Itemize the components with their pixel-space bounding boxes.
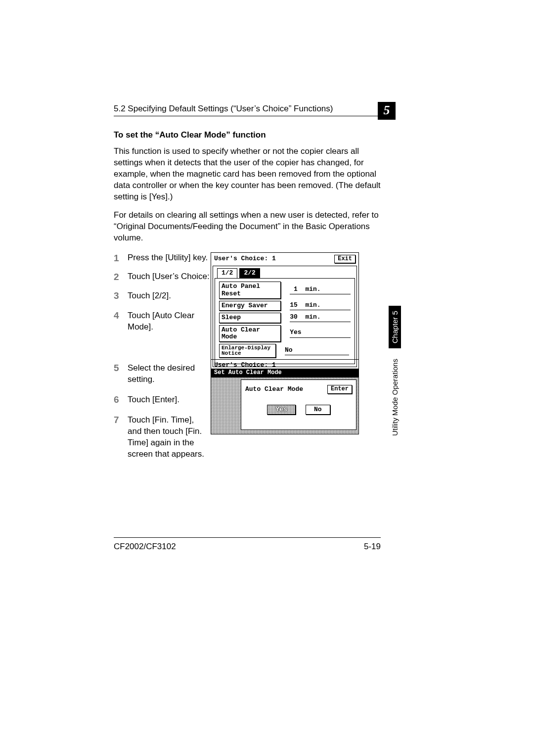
option-auto-clear-mode[interactable]: Auto Clear Mode xyxy=(219,325,281,342)
tab-1-of-2[interactable]: 1/2 xyxy=(217,268,237,278)
step-text: Touch [Auto Clear Mode]. xyxy=(128,310,207,333)
exit-button[interactable]: Exit xyxy=(334,255,356,263)
option-value: 30 min. xyxy=(290,314,351,322)
option-enlarge-display-notice[interactable]: Enlarge-Display Notice xyxy=(219,344,276,358)
page-footer: CF2002/CF3102 5-19 xyxy=(114,537,381,552)
step-text: Select the desired setting. xyxy=(128,363,207,385)
option-auto-panel-reset[interactable]: Auto Panel Reset xyxy=(219,282,281,299)
enter-button[interactable]: Enter xyxy=(327,385,352,393)
paragraph: This function is used to specify whether… xyxy=(114,146,381,203)
screen-set-auto-clear-mode: User's Choice: 1 Set Auto Clear Mode Aut… xyxy=(211,359,359,434)
screen-title: User's Choice: 1 xyxy=(214,255,276,262)
footer-page-number: 5-19 xyxy=(364,542,381,552)
side-chapter-label: Chapter 5 xyxy=(389,306,401,348)
step-text: Touch [2/2]. xyxy=(128,290,207,302)
step-text: Touch [User’s Choice: 1]. xyxy=(128,272,221,281)
option-value: 15 min. xyxy=(290,302,351,310)
step-text: Touch [Fin. Time], and then touch [Fin. … xyxy=(128,415,207,460)
no-button[interactable]: No xyxy=(306,405,330,415)
tab-2-of-2[interactable]: 2/2 xyxy=(239,268,260,278)
screen-subtitle: Set Auto Clear Mode xyxy=(211,369,358,377)
option-value: Yes xyxy=(290,329,351,337)
screen-title: User's Choice: 1 xyxy=(214,362,276,369)
left-strip xyxy=(213,389,240,432)
yes-button[interactable]: Yes xyxy=(267,405,295,415)
running-header: 5.2 Specifying Default Settings (“User’s… xyxy=(114,104,381,116)
option-value: 1 min. xyxy=(290,286,351,294)
side-section-label: Utility Mode Operations xyxy=(391,355,399,439)
side-tab: Chapter 5 Utility Mode Operations xyxy=(389,306,401,439)
option-energy-saver[interactable]: Energy Saver xyxy=(219,301,281,311)
screen-heading: Auto Clear Mode xyxy=(245,386,303,393)
step-text: Touch [Enter]. xyxy=(128,394,207,406)
paragraph: For details on clearing all settings whe… xyxy=(114,210,381,244)
screen-users-choice-list: User's Choice: 1 Exit 1/2 2/2 Auto Panel… xyxy=(211,252,359,369)
option-sleep[interactable]: Sleep xyxy=(219,313,281,323)
section-title: To set the “Auto Clear Mode” function xyxy=(114,130,381,140)
step-text: Press the [Utility] key. xyxy=(128,253,208,262)
footer-model: CF2002/CF3102 xyxy=(114,542,176,552)
option-value: No xyxy=(285,347,349,355)
page-body: 5.2 Specifying Default Settings (“User’s… xyxy=(114,104,381,460)
